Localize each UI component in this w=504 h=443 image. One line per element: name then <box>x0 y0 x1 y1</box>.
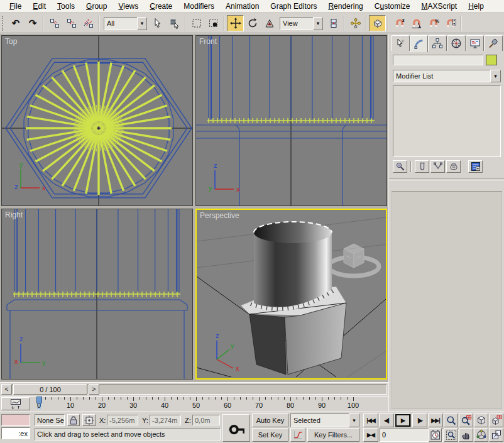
selection-filter-dropdown-arrow[interactable]: ▾ <box>137 17 147 30</box>
undo-button[interactable]: ↶ <box>7 15 24 31</box>
y-coordinate-field[interactable]: -3,274m <box>150 415 181 425</box>
viewport-right[interactable]: zyx Right <box>1 209 193 380</box>
menu-tools[interactable]: Tools <box>52 1 80 12</box>
key-mode-dropdown[interactable]: Selected ▾ <box>290 413 359 427</box>
absolute-mode-transform-button[interactable] <box>82 414 96 426</box>
viewport-perspective-canvas[interactable]: zxy <box>197 210 386 378</box>
select-and-manipulate-button[interactable] <box>347 15 364 31</box>
unlink-selection-button[interactable] <box>63 15 80 31</box>
menu-graph-editors[interactable]: Graph Editors <box>265 1 322 12</box>
tab-create[interactable] <box>391 35 410 51</box>
z-coordinate-field[interactable]: 0,0m <box>192 415 220 425</box>
tab-display[interactable] <box>466 35 485 51</box>
reference-coordinate-system-dropdown[interactable]: View▾ <box>280 17 323 30</box>
default-in-out-tangents-button[interactable] <box>290 428 305 442</box>
show-end-result-button[interactable] <box>415 160 429 173</box>
menu-group[interactable]: Group <box>80 1 112 12</box>
zoom-all-button[interactable] <box>459 413 473 427</box>
maxscript-listener-field[interactable]: :ex <box>1 427 30 439</box>
set-key-button[interactable]: Set Key <box>252 428 288 442</box>
ruler-tick <box>353 397 354 401</box>
track-bar-ruler[interactable]: 0102030405060708090100 <box>33 397 387 412</box>
object-name-field[interactable] <box>393 55 483 65</box>
percent-snap-toggle-button[interactable]: % <box>425 15 442 31</box>
tab-motion[interactable] <box>447 35 466 51</box>
rollout-area[interactable] <box>392 191 502 409</box>
maximize-viewport-toggle-button[interactable] <box>489 428 503 442</box>
menu-customize[interactable]: Customize <box>369 1 416 12</box>
viewport-front[interactable]: zxy Front <box>195 35 387 206</box>
zoom-region-button[interactable] <box>444 428 458 442</box>
reference-coordinate-system-dropdown-arrow[interactable]: ▾ <box>313 17 323 30</box>
open-mini-curve-editor-icon <box>10 398 21 410</box>
menu-file[interactable]: File <box>4 1 27 12</box>
spinner-snap-toggle-button[interactable] <box>442 15 459 31</box>
zoom-extents-all-button[interactable] <box>489 413 503 427</box>
selection-lock-toggle-button[interactable] <box>67 414 80 426</box>
menu-animation[interactable]: Animation <box>220 1 265 12</box>
macro-recorder-field[interactable] <box>1 414 30 426</box>
pan-view-button[interactable] <box>459 428 473 442</box>
snaps-toggle-3d-button[interactable]: 3 <box>391 15 408 31</box>
select-and-rotate-button[interactable] <box>244 15 261 31</box>
select-and-move-button[interactable] <box>227 15 244 31</box>
modifier-stack-list[interactable] <box>393 85 501 157</box>
viewport-top-canvas[interactable]: yxz <box>2 36 192 205</box>
remove-modifier-button[interactable] <box>446 160 461 173</box>
make-unique-button[interactable] <box>430 160 445 173</box>
key-mode-toggle-button[interactable]: ▶◀ <box>363 428 378 442</box>
ruler-tick <box>209 397 209 400</box>
rectangular-selection-region-button[interactable] <box>188 15 205 31</box>
viewport-perspective[interactable]: zxy Perspective <box>195 209 387 380</box>
select-object-button[interactable] <box>149 15 166 31</box>
go-to-end-button[interactable]: ▶▶| <box>428 413 443 427</box>
time-configuration-button[interactable] <box>429 428 442 442</box>
go-to-start-button[interactable]: |◀◀ <box>363 413 378 427</box>
viewport-right-canvas[interactable]: zyx <box>2 209 192 379</box>
time-slider-handle[interactable]: 0 / 100 <box>13 384 87 395</box>
window-crossing-toggle-button[interactable] <box>205 15 222 31</box>
open-mini-curve-editor-button[interactable] <box>1 397 30 410</box>
menu-help[interactable]: Help <box>463 1 490 12</box>
tab-hierarchy[interactable] <box>428 35 447 51</box>
next-frame-slider-button[interactable]: > <box>89 384 99 395</box>
select-and-scale-button[interactable] <box>261 15 278 31</box>
tab-utilities[interactable] <box>484 35 503 51</box>
menu-maxscript[interactable]: MAXScript <box>416 1 463 12</box>
selection-filter-dropdown[interactable]: All▾ <box>104 17 147 30</box>
modifier-list-dropdown[interactable]: Modifier List ▾ <box>393 70 501 82</box>
menu-create[interactable]: Create <box>144 1 178 12</box>
zoom-extents-button[interactable] <box>474 413 488 427</box>
viewport-front-canvas[interactable]: zxy <box>196 36 386 205</box>
current-frame-marker[interactable] <box>36 397 42 403</box>
menu-rendering[interactable]: Rendering <box>322 1 368 12</box>
menu-edit[interactable]: Edit <box>27 1 52 12</box>
configure-modifier-sets-button[interactable] <box>468 160 483 173</box>
next-frame-button[interactable]: |▶ <box>412 413 427 427</box>
toolbar-grip[interactable] <box>2 16 5 31</box>
select-and-link-button[interactable] <box>46 15 63 31</box>
arc-rotate-button[interactable] <box>474 428 488 442</box>
x-coordinate-field[interactable]: -5,256m <box>107 415 138 425</box>
keyboard-shortcut-override-button[interactable] <box>369 15 386 31</box>
key-mode-arrow[interactable]: ▾ <box>349 413 359 427</box>
previous-frame-slider-button[interactable]: < <box>1 384 12 395</box>
zoom-button[interactable] <box>444 413 458 427</box>
key-filters-button[interactable]: Key Filters... <box>307 428 359 442</box>
auto-key-button[interactable]: Auto Key <box>252 413 288 427</box>
menu-modifiers[interactable]: Modifiers <box>178 1 220 12</box>
menu-views[interactable]: Views <box>112 1 144 12</box>
redo-button[interactable]: ↷ <box>24 15 41 31</box>
modifier-list-arrow[interactable]: ▾ <box>490 70 501 82</box>
use-pivot-point-center-button[interactable] <box>325 15 342 31</box>
viewport-top[interactable]: yxz Top <box>1 35 193 206</box>
bind-to-space-warp-button[interactable] <box>80 15 97 31</box>
pin-stack-button[interactable] <box>393 160 407 173</box>
object-color-swatch[interactable] <box>486 55 497 65</box>
play-button[interactable]: ▶ <box>395 413 411 427</box>
set-keys-button[interactable] <box>222 414 250 442</box>
previous-frame-button[interactable]: ◀| <box>379 413 394 427</box>
select-by-name-button[interactable] <box>166 15 183 31</box>
angle-snap-toggle-button[interactable] <box>408 15 425 31</box>
tab-modify[interactable] <box>410 35 429 52</box>
